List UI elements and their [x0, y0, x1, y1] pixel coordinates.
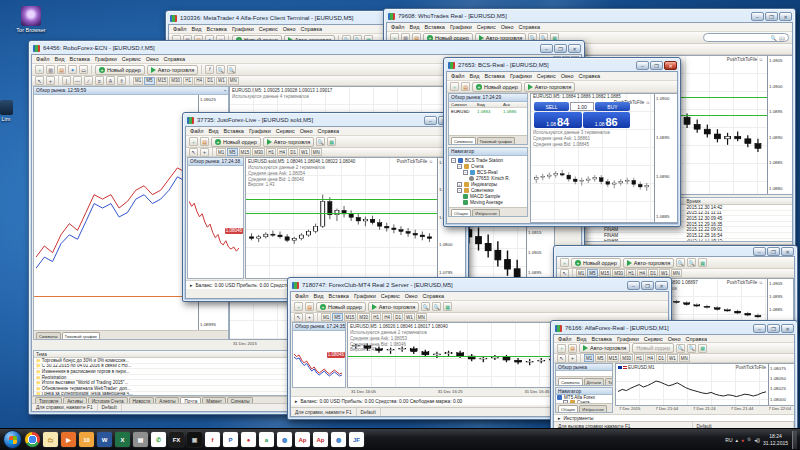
timeframe-button[interactable]: M5 — [227, 148, 237, 156]
menu-item[interactable]: Сервис — [477, 24, 496, 30]
terminal-icon[interactable]: ▭ — [79, 65, 88, 74]
desktop-icon-partial[interactable]: Lim — [0, 100, 26, 122]
language-indicator[interactable]: RU — [725, 437, 732, 443]
timeframe-button[interactable]: D1 — [393, 313, 403, 321]
menu-item[interactable]: Сервис — [644, 336, 663, 342]
menu-item[interactable]: Графики — [617, 336, 639, 342]
timeframe-button[interactable]: W1 — [216, 77, 227, 85]
timeframe-button[interactable]: M5 — [144, 77, 154, 85]
taskbar-icon-ap-1[interactable]: Ap — [295, 432, 310, 447]
timeframe-button[interactable]: MN — [228, 77, 239, 85]
zoom-in-icon[interactable]: 🔍 — [316, 137, 325, 146]
taskbar-icon-cam[interactable]: ▣ — [187, 432, 202, 447]
taskbar-icon-ap-2[interactable]: Ap — [313, 432, 328, 447]
timeframe-button[interactable]: M30 — [169, 77, 182, 85]
new-chart-icon[interactable]: ＋ — [189, 137, 198, 146]
collapse-icon[interactable]: − — [457, 188, 462, 193]
cursor-icon[interactable]: ↖ — [35, 76, 44, 85]
menu-item[interactable]: Графики — [249, 128, 271, 134]
timeframe-button[interactable]: D1 — [205, 77, 215, 85]
menu-item[interactable]: Сервис — [276, 128, 295, 134]
taskbar-icon-finam[interactable]: f — [205, 432, 220, 447]
menu-item[interactable]: Окно — [146, 56, 159, 62]
tile-windows-icon[interactable]: ▦ — [327, 137, 336, 146]
menu-item[interactable]: Окно — [501, 24, 514, 30]
collapse-icon[interactable]: − — [463, 170, 468, 175]
timeframe-button[interactable]: M30 — [252, 148, 265, 156]
menu-item[interactable]: Окно — [283, 26, 296, 32]
menu-item[interactable]: Вставка — [328, 293, 348, 299]
menu-item[interactable]: Вставка — [424, 24, 444, 30]
titlebar[interactable]: –❐✕ — [556, 248, 795, 256]
price-chart[interactable]: EURUSD,M1 PushTickToFile 1.080751.080501… — [615, 363, 795, 406]
taskbar-icon-word[interactable]: W — [97, 432, 112, 447]
cursor-icon[interactable]: ↖ — [557, 354, 566, 363]
cursor-icon[interactable]: ↖ — [294, 313, 303, 322]
timeframe-button[interactable]: M30 — [612, 269, 625, 277]
menu-item[interactable]: Графики — [354, 293, 376, 299]
taskbar-icon-fx[interactable]: FX — [169, 432, 184, 447]
menu-item[interactable]: Файл — [36, 56, 50, 62]
menu-item[interactable]: Графики — [232, 26, 254, 32]
tray-expand-icon[interactable]: ▴ — [736, 437, 739, 443]
new-order-button[interactable]: Новый ордер — [632, 343, 674, 353]
timeframe-button[interactable]: MN — [679, 354, 690, 362]
menu-item[interactable]: Вид — [470, 73, 480, 79]
market-watch-tab[interactable]: Торговля — [605, 378, 613, 385]
close-button[interactable]: ✕ — [655, 281, 668, 290]
close-button[interactable]: ✕ — [781, 324, 794, 333]
price-chart[interactable]: EURUSD,M5: 1.0884 1.0886 1.0882 1.0885 P… — [530, 93, 678, 223]
menu-item[interactable]: Сервис — [259, 26, 278, 32]
status-profile[interactable]: Default — [98, 404, 122, 411]
menu-item[interactable]: Окно — [668, 336, 681, 342]
crosshair-icon[interactable]: + — [305, 313, 314, 322]
zoom-in-icon[interactable]: 🔍 — [421, 302, 430, 311]
market-watch-tab[interactable]: Детали — [584, 378, 604, 385]
timeframe-button[interactable]: W1 — [659, 269, 670, 277]
market-watch-icon[interactable]: ▤ — [200, 137, 209, 146]
timeframe-button[interactable]: W1 — [667, 354, 678, 362]
minimize-button[interactable]: – — [627, 281, 640, 290]
text-icon[interactable]: A — [106, 76, 115, 85]
taskbar-icon-globe-1[interactable]: ◍ — [277, 432, 292, 447]
menu-item[interactable]: Вид — [192, 26, 202, 32]
timeframe-button[interactable]: M1 — [576, 269, 586, 277]
titlebar[interactable]: 27653: BCS-Real - [EURUSD,M5] –❐✕ — [446, 60, 678, 71]
new-chart-icon[interactable]: ＋ — [294, 302, 303, 311]
menu-item[interactable]: Вставка — [206, 26, 226, 32]
timeframe-button[interactable]: H4 — [382, 313, 392, 321]
menu-item[interactable]: Графики — [510, 73, 532, 79]
market-watch-tab[interactable]: Символы — [558, 378, 583, 385]
tree-node[interactable]: Moving Average — [451, 199, 525, 205]
timeframe-button[interactable]: H4 — [277, 148, 287, 156]
timeframe-button[interactable]: W1 — [299, 148, 310, 156]
menu-item[interactable]: Вставка — [484, 73, 504, 79]
tile-windows-icon[interactable]: ▦ — [698, 344, 707, 353]
green-line[interactable] — [246, 213, 437, 214]
vline-icon[interactable]: | — [62, 76, 71, 85]
crosshair-icon[interactable]: + — [46, 76, 55, 85]
timeframe-button[interactable]: M30 — [357, 313, 370, 321]
navigator-icon[interactable]: ✦ — [68, 65, 77, 74]
price-chart[interactable]: EURUSD.sold,M5: 1.08046 1.08046 1.08022 … — [245, 157, 466, 279]
new-order-button[interactable]: +Новый ордер — [95, 65, 145, 75]
symbol-row[interactable]: EURUSD 1.0884 1.0886 — [449, 108, 527, 114]
tile-windows-icon[interactable]: ▦ — [698, 258, 707, 267]
timeframe-button[interactable]: MN — [416, 313, 427, 321]
column-header[interactable]: Бид — [475, 102, 501, 107]
timeframe-button[interactable]: H4 — [645, 354, 655, 362]
sell-price[interactable]: 1.0884 — [534, 112, 582, 128]
autotrade-button[interactable]: Авто-торговля — [147, 65, 198, 75]
new-order-button[interactable]: +Новый ордер — [472, 82, 522, 92]
profiles-icon[interactable]: ▥ — [46, 65, 55, 74]
zoom-in-icon[interactable]: 🔍 — [676, 344, 685, 353]
timeframe-button[interactable]: M1 — [321, 313, 331, 321]
titlebar[interactable]: 76166: AlfaForex-Real - [EURUSD,M1] –❐✕ — [553, 323, 795, 334]
desktop-icon-tor-browser[interactable]: Tor Browser — [8, 6, 54, 33]
timeframe-button[interactable]: H4 — [637, 269, 647, 277]
market-watch-tab[interactable]: Тиковый график — [477, 137, 515, 144]
menu-item[interactable]: Справка — [578, 73, 600, 79]
column-header[interactable]: Тема — [34, 352, 323, 357]
crosshair-icon[interactable]: + — [568, 354, 577, 363]
trendline-icon[interactable]: ∕ — [84, 76, 93, 85]
